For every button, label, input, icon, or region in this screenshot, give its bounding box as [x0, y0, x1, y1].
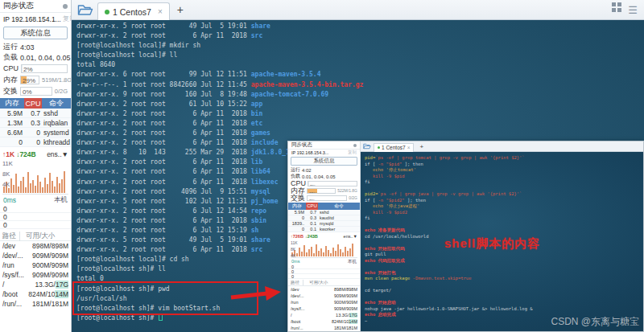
inset-terminal-line: nohup java -jar helloworld-1.0-SNAPSHOT.… [365, 306, 643, 313]
tab-status-dot-icon [378, 146, 380, 149]
inset-tab-centos7: 1 Centos7 × [374, 143, 414, 152]
inset-disk-row: /sys/f...909M/909M [288, 305, 360, 312]
copy-ip-link: 复制 [348, 150, 357, 155]
inset-disk-row: /dev/...909M/909M [288, 293, 360, 299]
net-bar [47, 184, 48, 193]
net-bar [337, 244, 339, 256]
inset-terminal-line: echo 代码拉取完成 [365, 258, 643, 264]
inset-tab-bar: 1 Centos7 × + [361, 141, 643, 152]
terminal-line: [root@localhost local]# ll [76, 51, 644, 60]
network-rates: ↑1K ↓724B ens..▼ [0, 149, 71, 159]
inset-process-row: 5.9M0.7sshd [288, 210, 360, 215]
net-bar [316, 244, 317, 256]
net-bar [301, 252, 303, 256]
ip-address: IP 192.168.154.1... [3, 15, 61, 23]
inset-terminal-line: cd target/ [365, 288, 643, 294]
net-bar [340, 249, 341, 256]
sync-status: 同步状态 [0, 0, 71, 13]
inset-ping-table: 000 [288, 264, 360, 279]
inset-process-row: 00.3kauditd [288, 215, 360, 221]
memory-label: 内存 [3, 75, 18, 85]
tab-bar: 1 Centos7 × + ☰ [72, 0, 644, 20]
inset-terminal-line [365, 186, 643, 192]
folder-icon[interactable] [77, 4, 93, 16]
net-bar [18, 186, 19, 193]
disk-row: /dev898M/898M [0, 241, 71, 251]
net-bar [13, 185, 14, 193]
tab-close-icon[interactable]: × [158, 7, 163, 16]
uptime-row: 运行 4:03 [0, 42, 71, 52]
copy-ip-link[interactable]: 复制 [63, 14, 72, 24]
inset-terminal-line: if [ -n "$pid2" ]; then [365, 198, 643, 204]
terminal-line: drwxr-xr-x. 2 root root 6 Apr 11 2018 ga… [76, 129, 644, 138]
watermark: CSDN @东离与糖宝 [551, 315, 639, 329]
net-bar [23, 177, 24, 193]
uptime-value: 4:03 [20, 43, 35, 51]
new-tab-button[interactable]: + [177, 3, 184, 16]
inset-process-table: 5.9M0.7sshd00.3kauditd1839..0.1mysqld00.… [288, 210, 360, 232]
net-bar [37, 175, 39, 193]
terminal-line: drwxr-xr-x. 5 root root 49 Jul 5 19:01 s… [76, 22, 644, 31]
inset-disk-row: /boot824M/1014M [288, 318, 360, 325]
disk-row: /sys/f...909M/909M [0, 270, 71, 280]
net-bar [332, 248, 334, 256]
net-bar [325, 246, 327, 256]
annotation-label: shell脚本的内容 [444, 236, 540, 252]
process-header-memory[interactable]: 内存 [0, 98, 24, 109]
ping-row: 0 [0, 213, 71, 221]
network-chart-bars [3, 161, 68, 193]
disk-row: /run/...181M/181M [0, 299, 71, 309]
net-bar [8, 188, 10, 193]
net-bar [328, 250, 329, 256]
inset-network-chart: 11K8K4K [291, 240, 357, 258]
net-bar [349, 248, 351, 256]
process-header-cpu[interactable]: CPU [24, 98, 42, 109]
swap-gauge-row: 交换 0% 0/2G [0, 85, 71, 96]
terminal-line: drwxr-xr-x. 2 root root 6 Apr 11 2018 bi… [76, 109, 644, 119]
memory-value: 519M/1.8G [42, 76, 72, 84]
inset-process-row: 1839..0.1mysqld [288, 221, 360, 227]
inset-process-table-header: 内存 CPU 命令 [288, 203, 360, 210]
net-bar [308, 249, 310, 256]
uptime-label: 运行 [3, 42, 18, 52]
process-header-command[interactable]: 命令 [42, 98, 71, 109]
inset-sync-status: 同步状态 [288, 141, 360, 150]
inset-terminal-line: pid2=`ps -ef | grep java | grep -v grep … [365, 191, 643, 198]
inset-disk-row: /run900M/909M [288, 299, 360, 305]
terminal-line: drwxr-xr-x. 2 root root 61 Jul 10 15:22 … [76, 100, 644, 109]
tab-status-dot-icon [105, 10, 109, 14]
inset-terminal-line [365, 222, 643, 228]
system-info-button[interactable]: 系统信息 [3, 27, 68, 39]
inset-terminal-line: git pull [365, 252, 643, 258]
inset-terminal-line: fi [365, 179, 643, 186]
inset-process-row: 00.1kworker [288, 227, 360, 232]
disk-row: /boot824M/1014M [0, 289, 71, 299]
tab-label: 1 Centos7 [113, 7, 151, 17]
tab-centos7[interactable]: 1 Centos7 × [97, 2, 170, 20]
memory-gauge-row: 内存 29% 519M/1.8G [0, 74, 71, 85]
inset-system-info-button: 系统信息 [291, 157, 357, 166]
net-bar [323, 252, 324, 256]
net-bar [27, 172, 29, 193]
inset-sidebar: 同步状态 IP 192.168.154.3... 复制 系统信息 运行 4:02… [288, 141, 361, 331]
disk-table: /dev898M/898M/dev/...909M/909M/run900M/9… [0, 241, 71, 309]
menu-icon[interactable]: ☰ [628, 4, 638, 16]
terminal-line: drwxr-xr-x. 6 root root 99 Jul 12 11:51 … [76, 70, 644, 80]
sync-status-label: 同步状态 [3, 1, 34, 11]
process-table-header: 内存 CPU 命令 [0, 98, 71, 109]
ping-latency: 0ms [3, 196, 16, 204]
inset-terminal-line: echo '停止tomcat' [365, 167, 643, 174]
disk-header-size[interactable]: 可用/大小 [19, 232, 55, 241]
terminal-line: drwxr-xr-x. 2 root root 6 Apr 11 2018 et… [76, 119, 644, 129]
inset-terminal-line: echo 准备更新代码 [365, 227, 643, 234]
interface-select[interactable]: ens..▼ [47, 150, 68, 158]
disk-header-path[interactable]: 路径 [2, 232, 16, 241]
grid-view-icon[interactable] [612, 1, 621, 15]
annotation-arrow [228, 283, 283, 305]
network-chart: 11K8K4K [2, 159, 68, 195]
chevron-down-icon: ▼ [62, 150, 68, 158]
net-bar [49, 173, 51, 193]
net-bar [299, 248, 300, 256]
net-bar [44, 178, 46, 193]
inset-disk-row: /dev898M/898M [288, 286, 360, 293]
